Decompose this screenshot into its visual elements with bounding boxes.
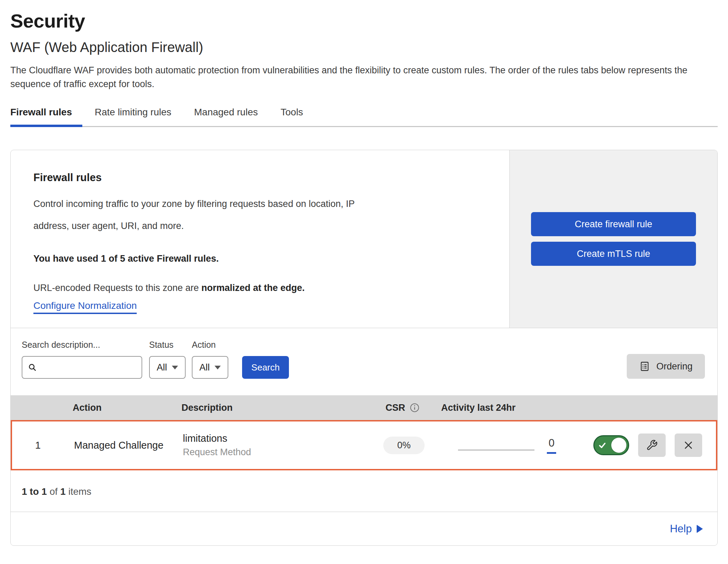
search-input[interactable] bbox=[41, 357, 156, 378]
activity-count-link[interactable]: 0 bbox=[547, 437, 556, 454]
wrench-icon bbox=[646, 439, 658, 451]
action-select[interactable]: All bbox=[192, 356, 228, 379]
delete-rule-button[interactable] bbox=[675, 434, 702, 457]
normalization-text: URL-encoded Requests to this zone are no… bbox=[33, 283, 485, 293]
page-description: The Cloudflare WAF provides both automat… bbox=[10, 63, 716, 91]
filter-bar: Search description... Status All bbox=[11, 328, 717, 395]
rule-enabled-toggle[interactable] bbox=[593, 435, 629, 455]
chevron-down-icon bbox=[215, 366, 221, 369]
search-button[interactable]: Search bbox=[242, 356, 289, 379]
help-link-label: Help bbox=[670, 523, 692, 535]
status-label: Status bbox=[149, 340, 186, 350]
action-filter-group: Action All bbox=[192, 340, 228, 379]
rule-activity-cell: 0 bbox=[443, 437, 573, 454]
info-icon[interactable] bbox=[409, 403, 420, 413]
firewall-rules-overview: Firewall rules Control incoming traffic … bbox=[11, 150, 717, 328]
ordering-button[interactable]: Ordering bbox=[627, 354, 705, 379]
edit-rule-button[interactable] bbox=[638, 434, 666, 457]
column-header-description: Description bbox=[171, 403, 364, 413]
tab-rate-limiting-rules[interactable]: Rate limiting rules bbox=[95, 107, 171, 126]
action-select-value: All bbox=[199, 362, 210, 373]
ordering-list-icon bbox=[639, 361, 650, 372]
table-header: Action Description CSR Activity last 24h… bbox=[11, 395, 717, 420]
tab-tools[interactable]: Tools bbox=[281, 107, 303, 126]
overview-text-column: Firewall rules Control incoming traffic … bbox=[11, 150, 509, 328]
usage-text: You have used 1 of 5 active Firewall rul… bbox=[33, 253, 485, 264]
create-mtls-rule-button[interactable]: Create mTLS rule bbox=[531, 242, 696, 266]
ordering-button-label: Ordering bbox=[656, 361, 693, 372]
page-subtitle: WAF (Web Application Firewall) bbox=[10, 40, 718, 55]
status-select-value: All bbox=[157, 362, 167, 373]
arrow-right-icon bbox=[697, 525, 703, 533]
rule-priority: 1 bbox=[12, 440, 64, 451]
search-filter-group: Search description... bbox=[22, 340, 142, 379]
panel-description: Control incoming traffic to your zone by… bbox=[33, 193, 364, 237]
search-label: Search description... bbox=[22, 340, 142, 350]
action-buttons-panel: Create firewall rule Create mTLS rule bbox=[509, 150, 717, 328]
column-header-csr: CSR bbox=[364, 403, 441, 413]
panel-heading: Firewall rules bbox=[33, 171, 485, 184]
normalization-text-bold: normalized at the edge. bbox=[201, 283, 305, 293]
create-firewall-rule-button[interactable]: Create firewall rule bbox=[531, 212, 696, 236]
action-label: Action bbox=[192, 340, 228, 350]
close-icon bbox=[682, 439, 695, 451]
summary-range: 1 to 1 bbox=[22, 486, 47, 497]
waf-tabs: Firewall rules Rate limiting rules Manag… bbox=[10, 107, 718, 127]
search-box[interactable] bbox=[22, 356, 142, 379]
toggle-knob bbox=[611, 438, 626, 453]
help-link[interactable]: Help bbox=[670, 523, 703, 535]
rule-csr-cell: 0% bbox=[365, 437, 443, 454]
column-header-activity: Activity last 24hr bbox=[441, 403, 572, 413]
status-select[interactable]: All bbox=[149, 356, 186, 379]
summary-of: of bbox=[50, 486, 58, 497]
rule-description: limitations bbox=[183, 433, 365, 444]
rule-action: Managed Challenge bbox=[64, 440, 173, 451]
normalization-text-regular: URL-encoded Requests to this zone are bbox=[33, 283, 199, 293]
summary-total: 1 bbox=[60, 486, 66, 497]
status-filter-group: Status All bbox=[149, 340, 186, 379]
firewall-rules-card: Firewall rules Control incoming traffic … bbox=[10, 150, 718, 546]
check-icon bbox=[598, 441, 607, 450]
csr-badge: 0% bbox=[383, 437, 424, 454]
chevron-down-icon bbox=[172, 366, 178, 369]
security-waf-page: Security WAF (Web Application Firewall) … bbox=[0, 0, 728, 546]
table-summary: 1 to 1 of 1 items bbox=[11, 470, 717, 512]
rule-description-cell: limitations Request Method bbox=[173, 433, 365, 458]
page-title: Security bbox=[10, 10, 718, 32]
column-header-action: Action bbox=[62, 403, 171, 413]
rule-controls bbox=[573, 434, 716, 457]
summary-items: items bbox=[68, 486, 91, 497]
tab-firewall-rules[interactable]: Firewall rules bbox=[10, 107, 72, 126]
csr-header-label: CSR bbox=[385, 403, 405, 413]
table-row: 1 Managed Challenge limitations Request … bbox=[11, 420, 717, 470]
card-footer: Help bbox=[11, 512, 717, 545]
activity-sparkline bbox=[458, 450, 534, 450]
configure-normalization-link[interactable]: Configure Normalization bbox=[33, 300, 137, 314]
rule-expression: Request Method bbox=[183, 447, 365, 458]
search-icon bbox=[27, 362, 38, 373]
tab-managed-rules[interactable]: Managed rules bbox=[194, 107, 258, 126]
